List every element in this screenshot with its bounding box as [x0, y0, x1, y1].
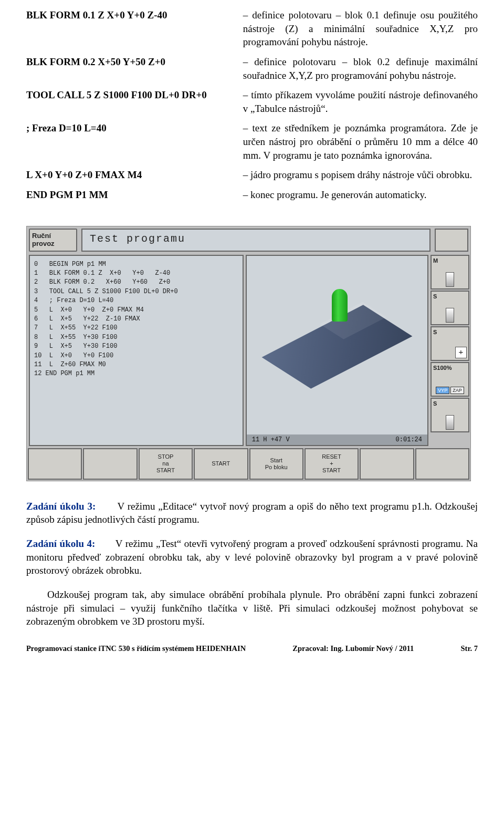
side-panel-s-last[interactable]: S: [430, 398, 469, 432]
mode-line2: provoz: [32, 240, 55, 247]
status-right: 0:01:24: [396, 436, 422, 443]
table-row: ; Freza D=10 L=40– text ze středníkem je…: [26, 118, 478, 165]
desc-cell: – jádro programu s popisem dráhy nástroj…: [243, 165, 478, 185]
softkey-start[interactable]: START: [194, 448, 248, 480]
desc-cell: – text ze středníkem je poznámka program…: [243, 118, 478, 165]
side-panel-s100[interactable]: S100% VYP ZAP: [430, 362, 469, 397]
task-4-lead: Zadání úkolu 4:: [26, 538, 95, 549]
side-panel-s-plus[interactable]: S +: [430, 326, 469, 361]
softkey-start-block[interactable]: Start Po bloku: [249, 448, 303, 480]
desc-cell: – tímto příkazem vyvoláme použití nástro…: [243, 85, 478, 118]
tool-cylinder: [332, 289, 348, 322]
softkey-2[interactable]: [83, 448, 137, 480]
tool-icon: [446, 272, 454, 287]
title-bar: Test programu: [81, 229, 430, 252]
code-cell: END PGM P1 MM: [26, 185, 243, 205]
top-side-button[interactable]: [435, 229, 468, 252]
code-cell: ; Freza D=10 L=40: [26, 118, 243, 165]
softkey-stop[interactable]: STOP na START: [139, 448, 193, 480]
task-3-lead: Zadání úkolu 3:: [26, 501, 96, 512]
task-4: Zadání úkolu 4: V režimu „Test“ otevři v…: [26, 537, 478, 577]
soft-key-bar: STOP na START START Start Po bloku RESET…: [27, 447, 470, 481]
table-row: END PGM P1 MM– konec programu. Je genero…: [26, 185, 478, 205]
mode-box[interactable]: Ruční provoz: [29, 229, 77, 252]
table-row: BLK FORM 0.2 X+50 Y+50 Z+0– definice pol…: [26, 52, 478, 85]
softkey-7[interactable]: [360, 448, 414, 480]
footer-right: Str. 7: [461, 644, 478, 653]
desc-cell: – definice polotovaru – blok 0.1 definuj…: [243, 5, 478, 52]
side-panel-s[interactable]: S: [430, 291, 469, 325]
softkey-reset-start[interactable]: RESET + START: [304, 448, 359, 480]
desc-cell: – definice polotovaru – blok 0.2 definuj…: [243, 52, 478, 85]
side-panel-m[interactable]: M: [430, 255, 469, 289]
code-cell: L X+0 Y+0 Z+0 FMAX M4: [26, 165, 243, 185]
table-row: BLK FORM 0.1 Z X+0 Y+0 Z-40– definice po…: [26, 5, 478, 52]
tool-icon: [446, 415, 454, 430]
status-left: 11 H +47 V: [252, 436, 290, 443]
footer-left: Programovací stanice iTNC 530 s řídícím …: [26, 644, 246, 653]
definitions-table: BLK FORM 0.1 Z X+0 Y+0 Z-40– definice po…: [26, 5, 478, 205]
softkey-1[interactable]: [28, 448, 82, 480]
softkey-8[interactable]: [415, 448, 469, 480]
footer-mid: Zpracoval: Ing. Lubomír Nový / 2011: [292, 644, 414, 653]
task-3: Zadání úkolu 3: V režimu „Editace“ vytvo…: [26, 500, 478, 526]
program-listing[interactable]: 0 BEGIN PGM p1 MM 1 BLK FORM 0.1 Z X+0 Y…: [29, 255, 244, 446]
simulation-viewport[interactable]: 11 H +47 V 0:01:24: [246, 255, 428, 446]
side-column: M S S + S100% VYP ZAP: [429, 254, 470, 447]
vyp-button[interactable]: VYP: [436, 387, 449, 394]
code-cell: BLK FORM 0.2 X+50 Y+50 Z+0: [26, 52, 243, 85]
desc-cell: – konec programu. Je generován automatic…: [243, 185, 478, 205]
mode-line1: Ruční: [32, 232, 51, 240]
table-row: TOOL CALL 5 Z S1000 F100 DL+0 DR+0– tímt…: [26, 85, 478, 118]
page-footer: Programovací stanice iTNC 530 s řídícím …: [26, 644, 478, 653]
code-cell: BLK FORM 0.1 Z X+0 Y+0 Z-40: [26, 5, 243, 52]
zap-button[interactable]: ZAP: [450, 387, 464, 394]
table-row: L X+0 Y+0 Z+0 FMAX M4– jádro programu s …: [26, 165, 478, 185]
cnc-screenshot: Ruční provoz Test programu 0 BEGIN PGM p…: [26, 226, 471, 481]
tool-icon: [446, 308, 454, 323]
plus-icon: +: [455, 347, 467, 358]
code-cell: TOOL CALL 5 Z S1000 F100 DL+0 DR+0: [26, 85, 243, 118]
task-note: Odzkoušej program tak, aby simulace obrá…: [26, 588, 478, 628]
